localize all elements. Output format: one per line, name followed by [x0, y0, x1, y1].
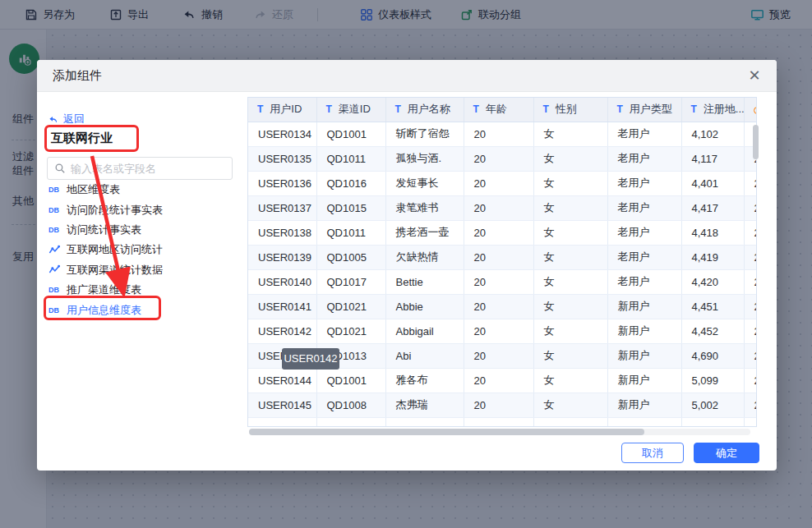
cell: USER0139 [248, 245, 316, 269]
column-header[interactable]: T年龄 [464, 98, 533, 122]
cell: USER0142 [248, 319, 316, 343]
close-icon[interactable]: ✕ [745, 67, 764, 85]
dataset-item[interactable]: 互联网地区访问统计 [47, 240, 236, 259]
cell: 20 [464, 220, 533, 245]
cell: QD1005 [316, 245, 385, 269]
cell: 4,401 [681, 171, 744, 195]
cell: 2 [744, 343, 757, 368]
cell: 老用户 [607, 146, 681, 171]
cell: 2 [744, 294, 757, 319]
table-row: USER0139QD1005欠缺热情20女老用户4,4192 [248, 245, 757, 269]
vertical-scrollbar-thumb[interactable] [753, 125, 759, 159]
table-row: USER0144QD1001雅各布20女新用户5,0992 [248, 368, 757, 393]
cell: 欠缺热情 [385, 245, 464, 269]
cell: QD1001 [316, 122, 385, 146]
preview-grid: T用户IDT渠道IDT用户名称T年龄T性别T用户类型T注册地... USER01… [248, 98, 757, 427]
dataset-item[interactable]: DB地区维度表 [47, 180, 236, 200]
cell: 新用户 [607, 294, 681, 319]
cell: 新用户 [607, 319, 681, 343]
text-type-icon: T [326, 103, 332, 115]
dataset-search[interactable] [47, 157, 233, 180]
cancel-button[interactable]: 取消 [621, 443, 684, 463]
horizontal-scrollbar-thumb[interactable] [249, 429, 644, 435]
column-header[interactable]: T注册地... [681, 98, 744, 122]
table-row: USER0142QD1021Abbigail20女新用户4,4522 [248, 319, 757, 343]
dataset-item[interactable]: DB访问阶段统计事实表 [47, 200, 236, 219]
dataset-item[interactable]: DB推广渠道维度表 [47, 280, 236, 300]
cell: 新用户 [607, 393, 681, 417]
dataset-item[interactable]: DB访问统计事实表 [47, 220, 236, 240]
column-header[interactable]: T用户ID [248, 98, 316, 122]
cell: USER0136 [248, 171, 316, 195]
cell: USER0145 [248, 393, 316, 417]
search-input[interactable] [71, 163, 225, 175]
data-preview-table: T用户IDT渠道IDT用户名称T年龄T性别T用户类型T注册地... USER01… [247, 97, 757, 427]
add-component-modal: 添加组件 ✕ 返回 互联网行业 DB地区维度表DB访问阶段统计事实表DB访问统计… [37, 60, 777, 471]
cell: 2 [744, 319, 757, 343]
cell: 老用户 [607, 195, 681, 220]
cell: 4,451 [681, 294, 744, 319]
cell: 女 [533, 294, 607, 319]
db-table-icon: DB [47, 306, 61, 315]
horizontal-scrollbar-track[interactable] [249, 429, 750, 435]
cell: 2 [744, 195, 757, 220]
text-type-icon: T [473, 103, 479, 115]
cell: 老用户 [607, 269, 681, 294]
cell: USER0144 [248, 368, 316, 393]
cell: 20 [464, 368, 533, 393]
cell: 斩断了宿怨 [385, 122, 464, 146]
dataset-item[interactable]: DB用户信息维度表 [47, 300, 236, 319]
cell: 隶笔难书 [385, 195, 464, 220]
cell: 20 [464, 195, 533, 220]
cell: 女 [533, 122, 607, 146]
cell [464, 417, 533, 427]
column-header[interactable]: T用户名称 [385, 98, 464, 122]
back-label: 返回 [63, 112, 85, 126]
cell: QD1008 [316, 393, 385, 417]
confirm-button[interactable]: 确定 [694, 443, 759, 463]
app-screen: 另存为 导出 撤销 还原 仪表板样式 联动分组 预览 [0, 0, 812, 528]
table-row: USER0136QD1016发短事长20女老用户4,4012 [248, 171, 757, 195]
cell: QD1021 [316, 294, 385, 319]
cell: USER0134 [248, 122, 316, 146]
db-table-icon: DB [47, 206, 61, 214]
dataset-name: 访问阶段统计事实表 [67, 203, 163, 218]
column-header[interactable]: T渠道ID [316, 98, 385, 122]
cell: 老用户 [607, 122, 681, 146]
cell: Bettie [385, 269, 464, 294]
db-table-icon: DB [47, 226, 61, 234]
column-label: 渠道ID [339, 103, 371, 115]
text-type-icon: T [691, 103, 697, 115]
cell: 20 [464, 245, 533, 269]
text-type-icon: T [257, 103, 263, 115]
cell [385, 417, 464, 427]
cell: USER0137 [248, 195, 316, 220]
dataset-list: DB地区维度表DB访问阶段统计事实表DB访问统计事实表互联网地区访问统计互联网渠… [47, 180, 236, 320]
cell: 新用户 [607, 343, 681, 368]
cell: 4,420 [681, 269, 744, 294]
grid-header-row: T用户IDT渠道IDT用户名称T年龄T性别T用户类型T注册地... [248, 98, 757, 122]
text-type-icon: T [395, 103, 401, 115]
column-label: 用户名称 [408, 103, 450, 115]
cell: 4,690 [681, 343, 744, 368]
column-header[interactable]: T用户类型 [607, 98, 681, 122]
column-header[interactable]: T性别 [533, 98, 607, 122]
dataset-item[interactable]: 互联网渠道统计数据 [47, 260, 236, 280]
back-button[interactable]: 返回 [48, 112, 85, 126]
cell: USER0141 [248, 294, 316, 319]
cell: 20 [464, 319, 533, 343]
cell: 20 [464, 269, 533, 294]
cell: 4,418 [681, 220, 744, 245]
cell: 老用户 [607, 171, 681, 195]
date-type-icon [754, 107, 758, 114]
dataset-name: 互联网渠道统计数据 [67, 263, 163, 278]
table-row-partial [248, 417, 757, 427]
cell: QD1011 [316, 220, 385, 245]
cell: 女 [533, 343, 607, 368]
modal-title: 添加组件 [53, 68, 102, 84]
cell [681, 417, 744, 427]
cell: 女 [533, 171, 607, 195]
column-header[interactable] [744, 98, 757, 122]
cell: 2 [744, 269, 757, 294]
cell: 2 [744, 220, 757, 245]
